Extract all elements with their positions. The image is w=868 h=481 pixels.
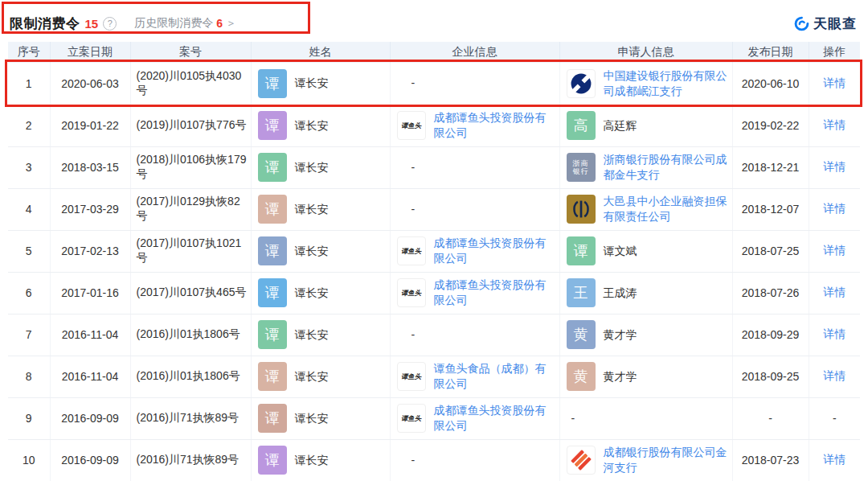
company-empty: - [391, 327, 559, 343]
applicant-company-link[interactable]: 成都银行股份有限公司金河支行 [604, 445, 727, 475]
cell-no: 9 [8, 397, 50, 439]
person-name: 谭长安 [295, 286, 329, 301]
detail-link[interactable]: 详情 [823, 76, 845, 89]
tianyancha-logo: 天眼查 [794, 14, 857, 33]
cell-case-no: (2016)川71执恢89号 [130, 439, 251, 481]
cell-action: 详情 [809, 105, 860, 146]
applicant-company-link[interactable]: 浙商银行股份有限公司成都金牛支行 [604, 152, 727, 183]
company-link[interactable]: 成都谭鱼头投资股份有限公司 [434, 236, 555, 266]
person-name: 谭长安 [295, 453, 329, 468]
applicant-name: 王成涛 [604, 286, 637, 301]
detail-link[interactable]: 详情 [823, 202, 845, 215]
applicant-name: 高廷辉 [604, 118, 637, 134]
cell-applicant: 高 高廷辉 [559, 105, 732, 146]
company-link[interactable]: 成都谭鱼头投资股份有限公司 [434, 278, 555, 308]
applicant-avatar: 黄 [567, 362, 596, 391]
tanyutou-company-logo: 谭鱼头 [397, 236, 426, 265]
column-header: 立案日期 [50, 42, 130, 63]
table-body: 1 2020-06-03 (2020)川0105执4030号 谭 谭长安 - 中… [8, 63, 860, 481]
person-name: 谭长安 [295, 202, 329, 217]
applicant-company-link[interactable]: 中国建设银行股份有限公司成都岷江支行 [604, 68, 727, 99]
column-header: 案号 [130, 42, 251, 63]
detail-link[interactable]: 详情 [823, 369, 845, 382]
person-avatar: 谭 [258, 153, 287, 182]
cell-person: 谭 谭长安 [251, 397, 390, 439]
applicant-empty: - [560, 411, 732, 426]
dayi-guarantee-logo [567, 195, 596, 224]
cell-filing-date: 2016-09-09 [50, 397, 130, 439]
cell-company: 谭鱼头 谭鱼头食品（成都）有限公司 [390, 356, 559, 397]
cell-case-no: (2018)川0106执恢179号 [130, 146, 251, 188]
cell-applicant: 王 王成涛 [559, 272, 732, 314]
applicant-company-link[interactable]: 大邑县中小企业融资担保有限责任公司 [604, 194, 727, 224]
cell-no: 1 [8, 63, 50, 105]
detail-link[interactable]: 详情 [823, 453, 845, 466]
table-row: 8 2016-11-04 (2016)川01执1806号 谭 谭长安 谭鱼头 谭… [8, 356, 860, 397]
cell-action: 详情 [809, 230, 860, 272]
cell-case-no: (2017)川0107执1021号 [130, 230, 251, 272]
cell-person: 谭 谭长安 [251, 230, 390, 272]
company-link[interactable]: 谭鱼头食品（成都）有限公司 [434, 361, 555, 392]
tanyutou-company-logo: 谭鱼头 [397, 362, 426, 391]
person-avatar: 谭 [258, 446, 287, 475]
detail-link[interactable]: 详情 [823, 118, 845, 131]
column-header: 发布日期 [732, 42, 809, 63]
table-row: 4 2017-03-29 (2017)川0129执恢82号 谭 谭长安 - 大邑… [8, 188, 860, 230]
tanyutou-company-logo: 谭鱼头 [397, 111, 426, 140]
zheshang-bank-logo: 浙商银行 [567, 153, 596, 182]
cell-publish-date: 2018-09-29 [732, 314, 809, 356]
cell-applicant: 谭 谭文斌 [559, 230, 732, 272]
cell-company: - [390, 188, 559, 230]
detail-link[interactable]: 详情 [823, 286, 845, 298]
cell-company: - [390, 314, 559, 356]
cell-person: 谭 谭长安 [251, 63, 390, 105]
cell-case-no: (2017)川0129执恢82号 [130, 188, 251, 230]
detail-link[interactable]: 详情 [823, 160, 845, 173]
chevron-right-icon: ＞ [226, 16, 236, 31]
cell-person: 谭 谭长安 [251, 188, 390, 230]
table-row: 7 2016-11-04 (2016)川01执1806号 谭 谭长安 - 黄 黄… [8, 314, 860, 356]
person-name: 谭长安 [295, 411, 329, 426]
company-empty: - [391, 453, 559, 468]
cell-case-no: (2017)川0107执465号 [130, 272, 251, 314]
company-link[interactable]: 成都谭鱼头投资股份有限公司 [434, 110, 555, 141]
cell-company: 谭鱼头 成都谭鱼头投资股份有限公司 [390, 272, 559, 314]
cell-action: 详情 [809, 272, 860, 314]
cell-applicant: 黄 黄才学 [559, 314, 732, 356]
company-link[interactable]: 成都谭鱼头投资股份有限公司 [434, 403, 555, 434]
cell-case-no: (2019)川0107执776号 [130, 105, 251, 146]
cell-no: 2 [8, 105, 50, 146]
applicant-name: 黄才学 [604, 369, 637, 384]
cell-case-no: (2020)川0105执4030号 [130, 63, 251, 105]
history-count: 6 [216, 17, 223, 30]
cell-case-no: (2016)川01执1806号 [130, 314, 251, 356]
cell-no: 7 [8, 314, 50, 356]
detail-link[interactable]: 详情 [823, 244, 845, 257]
cell-no: 3 [8, 146, 50, 188]
table-row: 6 2017-01-16 (2017)川0107执465号 谭 谭长安 谭鱼头 … [8, 272, 860, 314]
cell-no: 6 [8, 272, 50, 314]
history-restriction-link[interactable]: 历史限制消费令 6 ＞ [134, 16, 236, 31]
cell-publish-date: 2020-06-10 [732, 63, 809, 105]
column-header: 姓名 [251, 42, 390, 63]
company-empty: - [391, 202, 559, 217]
person-avatar: 谭 [258, 362, 287, 391]
cell-publish-date: 2018-12-21 [732, 146, 809, 188]
history-label: 历史限制消费令 [134, 16, 213, 31]
cell-action: 详情 [809, 439, 860, 481]
column-header: 申请人信息 [559, 42, 732, 63]
chengdu-bank-logo [567, 446, 596, 475]
cell-no: 4 [8, 188, 50, 230]
table-row: 5 2017-02-13 (2017)川0107执1021号 谭 谭长安 谭鱼头… [8, 230, 860, 272]
applicant-avatar: 高 [567, 111, 596, 140]
cell-person: 谭 谭长安 [251, 146, 390, 188]
column-header: 操作 [809, 42, 860, 63]
help-icon[interactable]: ? [103, 17, 117, 31]
cell-applicant: 浙商银行 浙商银行股份有限公司成都金牛支行 [559, 146, 732, 188]
detail-link[interactable]: 详情 [823, 327, 845, 340]
cell-company: - [390, 146, 559, 188]
cell-company: 谭鱼头 成都谭鱼头投资股份有限公司 [390, 397, 559, 439]
cell-no: 8 [8, 356, 50, 397]
cell-person: 谭 谭长安 [251, 272, 390, 314]
cell-action: 详情 [809, 314, 860, 356]
